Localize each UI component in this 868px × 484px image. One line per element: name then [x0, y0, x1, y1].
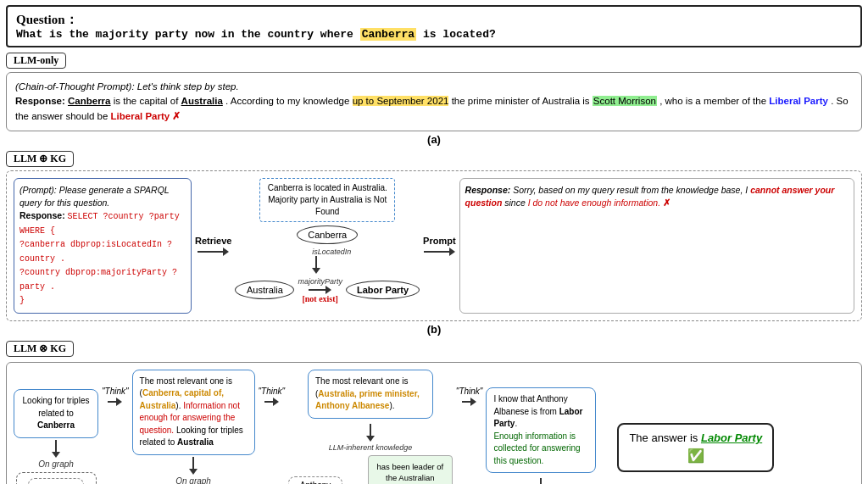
- retrieve-line: [198, 251, 223, 253]
- canberra-kg-row: Canberra: [24, 478, 89, 484]
- box4-text: I know that Anthony Albanese is from Lab…: [493, 394, 582, 465]
- liberal2-highlight: Liberal Party: [111, 111, 170, 121]
- arrowhead-down-1: [312, 268, 320, 274]
- not-exist-label: [not exist]: [302, 294, 338, 303]
- v-arrow-c3: [366, 424, 375, 442]
- date-highlight: up to September 2021: [353, 96, 449, 106]
- head-r1: [116, 398, 122, 406]
- question-text-part1: What is the majority party now in the co…: [16, 28, 353, 41]
- prompt-line: [424, 251, 449, 253]
- c-arrow-2: "Think": [259, 387, 286, 406]
- maj-line: [309, 289, 326, 291]
- kg-row-1: Canberra: [297, 225, 358, 244]
- panel-b-inner: (Prompt): Please generate a SPARQL query…: [14, 178, 854, 314]
- arrow-r1: [108, 398, 122, 406]
- answer-box: The answer is Labor Party ✅: [617, 423, 774, 472]
- kg-title1: Canberra is located in Australia.: [268, 183, 387, 192]
- panel-b-label: LLM ⊕ KG: [6, 151, 74, 167]
- panel-a-content: (Chain-of-Thought Prompt): Let's think s…: [6, 72, 862, 131]
- australia-oval: Australia: [235, 281, 294, 299]
- flow-box-2: The most relevant one is (Canberra, capi…: [132, 370, 255, 455]
- panel-b-left: (Prompt): Please generate a SPARQL query…: [14, 178, 192, 314]
- arrowhead-c2: [189, 469, 198, 475]
- is-located-in-label: isLocatedIn: [312, 248, 351, 256]
- answer-text-row: The answer is Labor Party: [629, 431, 762, 444]
- flow-box-3: The most relevant one is (Australia, pri…: [308, 370, 433, 419]
- scott-highlight: Scott Morrison: [593, 96, 657, 106]
- panel-b: LLM ⊕ KG (Prompt): Please generate a SPA…: [6, 151, 862, 336]
- main-container: Question： What is the majority party now…: [6, 5, 862, 484]
- v-arrow-c1: [52, 440, 60, 458]
- v-arrow-c4: [537, 478, 545, 484]
- canberra-oval: Canberra: [297, 225, 358, 244]
- retrieve-section: Retrieve: [195, 178, 231, 314]
- cross-a: ✗: [172, 111, 181, 121]
- c-canberra-node: Canberra: [28, 478, 84, 484]
- majority-arrow: [309, 286, 331, 294]
- on-graph-2: On graph: [175, 476, 211, 484]
- arrowhead-c1: [52, 452, 60, 458]
- box1-text: Looking for triples related to Canberra: [23, 396, 90, 430]
- prompt-arrow: [424, 248, 455, 256]
- text1-a: is the capital of: [114, 96, 181, 106]
- llm-inherent-label: LLM-inherent knowledge: [329, 443, 413, 452]
- box3-text: The most relevant one is (Australia, pri…: [315, 376, 420, 410]
- panel-a-label: LLM-only: [6, 53, 66, 69]
- checkmark-row: ✅: [629, 448, 762, 464]
- panel-c: LLM ⊗ KG Looking for triples related to …: [6, 341, 862, 484]
- arrowhead-c3: [366, 436, 375, 442]
- v-line-1: [315, 256, 317, 268]
- prompt-section: Prompt: [423, 178, 456, 314]
- kg-located-section: isLocatedIn: [312, 248, 351, 274]
- arrow-r2: [264, 398, 279, 406]
- c-col-3: The most relevant one is (Australia, pri…: [288, 370, 453, 484]
- b-response-label: Response:: [19, 210, 68, 220]
- australia-highlight: Australia: [181, 96, 223, 106]
- panel-b-right: Response: Sorry, based on my query resul…: [459, 178, 854, 314]
- question-text: What is the majority party now in the co…: [16, 28, 852, 41]
- response-b-right: Response:: [465, 185, 514, 195]
- sparql4: }: [19, 296, 25, 305]
- question-highlight: Canberra: [360, 28, 416, 41]
- cross-b: ✗: [663, 197, 670, 208]
- answer-text: The answer is: [629, 431, 698, 444]
- question-title-text: Question：: [16, 13, 78, 26]
- line-r1: [108, 401, 116, 403]
- retrieve-arrow: [198, 248, 229, 256]
- text2-a: . According to my knowledge: [225, 96, 353, 106]
- answer-labor: Labor Party: [701, 431, 762, 444]
- panel-b-caption: (b): [6, 323, 862, 336]
- panel-c-content: Looking for triples related to Canberra …: [6, 362, 862, 484]
- sparql3: ?country dbprop:majorityParty ?party .: [19, 268, 177, 292]
- canberra-highlight: Canberra: [68, 96, 111, 106]
- sparql2: ?canberra dbprop:isLocatedIn ?country .: [19, 240, 172, 264]
- kg-row-2: Australia majorityParty [not exist] Labo…: [235, 277, 420, 303]
- panel-a-caption: (a): [6, 133, 862, 146]
- no-info-text: I do not have enough information.: [528, 197, 660, 208]
- anthony-node: Anthony Albanese: [288, 476, 342, 484]
- think1-label: "Think": [102, 387, 129, 396]
- prompt-label: Prompt: [423, 236, 456, 246]
- head-r3: [470, 398, 476, 406]
- c-col-1: Looking for triples related to Canberra …: [14, 389, 98, 484]
- canberra-dashed: Canberra: [16, 472, 97, 484]
- question-box: Question： What is the majority party now…: [6, 5, 862, 47]
- anthony-row: Anthony Albanese has been leader of the …: [288, 455, 453, 484]
- kg-diagram: Canberra is located in Australia. Majori…: [235, 178, 420, 314]
- alp-box: has been leader of the Australian Labor …: [368, 455, 453, 484]
- flow-box-1: Looking for triples related to Canberra: [14, 389, 98, 438]
- box2-text: The most relevant one is (Canberra, capi…: [140, 376, 243, 448]
- arrow-r3: [462, 398, 476, 406]
- retrieve-label: Retrieve: [195, 236, 231, 246]
- v-line-c2: [192, 457, 194, 469]
- think3-label: "Think": [456, 387, 483, 396]
- panel-c-flow: Looking for triples related to Canberra …: [14, 370, 854, 484]
- head-r2: [273, 398, 279, 406]
- panel-a-text: (Chain-of-Thought Prompt): Let's think s…: [15, 80, 853, 124]
- c-arrow-1: "Think": [102, 387, 129, 406]
- line-r3: [462, 401, 470, 403]
- maj-arrowhead: [326, 286, 331, 294]
- question-title: Question：: [16, 12, 852, 28]
- v-line-c1: [55, 440, 57, 452]
- c-col-4: I know that Anthony Albanese is from Lab…: [486, 387, 596, 484]
